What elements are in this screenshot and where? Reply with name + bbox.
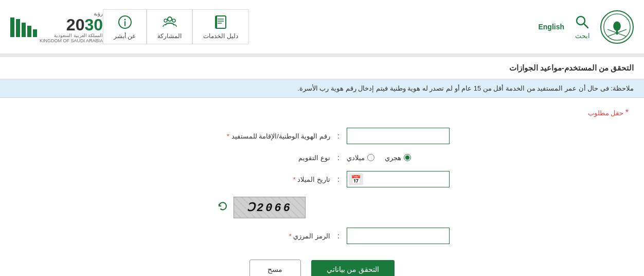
header: ابحث English دليل الخدمات xyxy=(0,0,644,54)
miladi-radio[interactable] xyxy=(367,154,374,161)
search-icon xyxy=(575,14,590,30)
vision-number: 2030 xyxy=(40,16,103,33)
hijri-radio-label[interactable]: هجري xyxy=(385,154,411,162)
svg-point-14 xyxy=(172,19,175,22)
calendar-colon: : xyxy=(337,153,339,162)
captcha-input-row: : الرمز المرزي * xyxy=(217,228,577,244)
vision-logo: رؤية 2030 المملكة العربية السعوديةKINGDO… xyxy=(10,11,103,43)
note-text: ملاحظة: فى حال أن عمر المستفيد من الخدمة… xyxy=(297,84,634,92)
birthdate-colon: : xyxy=(337,175,339,183)
birthdate-label: تاريخ الميلاد * xyxy=(217,176,330,183)
svg-point-2 xyxy=(613,21,621,30)
calendar-row: هجري ميلادي : نوع التقويم xyxy=(217,153,577,162)
buttons-row: التحقق من بياناتي مسح xyxy=(15,260,629,276)
required-text: حقل مطلوب xyxy=(588,109,624,117)
vision-30: 30 xyxy=(84,15,103,34)
page-title: التحقق من المستخدم-مواعيد الجوازات xyxy=(509,63,634,72)
calendar-label: نوع التقويم xyxy=(217,154,330,162)
vision-bar-5 xyxy=(10,18,14,37)
nav-label-participation: المشاركة xyxy=(157,32,182,40)
hijri-label: هجري xyxy=(385,154,401,162)
calendar-icon[interactable]: 📅 xyxy=(349,174,363,185)
nav-label-absher: عن أبشر xyxy=(114,32,136,40)
refresh-captcha-button[interactable] xyxy=(217,200,228,215)
captcha-row: Ↄ2066 xyxy=(217,197,577,218)
birthdate-row: 📅 : تاريخ الميلاد * xyxy=(217,171,577,187)
header-right: ابحث English xyxy=(538,10,634,44)
hijri-radio[interactable] xyxy=(404,154,411,161)
calendar-radio-group: هجري ميلادي xyxy=(347,154,411,162)
main-content: * حقل مطلوب : رقم الهوية الوطنية/الإقامة… xyxy=(0,98,644,276)
id-row: : رقم الهوية الوطنية/الإقامة للمستفيد * xyxy=(217,128,577,144)
search-label: ابحث xyxy=(575,32,590,40)
form-container: : رقم الهوية الوطنية/الإقامة للمستفيد * … xyxy=(217,128,577,244)
header-left: دليل الخدمات المشاركة عن أبشر xyxy=(10,9,249,44)
svg-line-6 xyxy=(584,24,588,28)
miladi-label: ميلادي xyxy=(347,154,365,162)
vision-bar-2 xyxy=(27,26,31,37)
vision-bar-4 xyxy=(16,19,20,37)
english-link[interactable]: English xyxy=(538,23,564,31)
note-bar: ملاحظة: فى حال أن عمر المستفيد من الخدمة… xyxy=(0,79,644,98)
nav-item-service-guide[interactable]: دليل الخدمات xyxy=(192,9,248,44)
id-star: * xyxy=(227,132,229,140)
nav-label-service-guide: دليل الخدمات xyxy=(203,32,238,40)
vision-bar-1 xyxy=(33,29,37,37)
verify-button[interactable]: التحقق من بياناتي xyxy=(311,260,395,276)
captcha-input[interactable] xyxy=(347,228,450,244)
people-icon xyxy=(162,14,178,30)
vision-bars xyxy=(10,16,37,37)
svg-point-13 xyxy=(164,19,167,22)
info-icon xyxy=(117,14,133,30)
captcha-colon: : xyxy=(337,232,339,240)
id-label: رقم الهوية الوطنية/الإقامة للمستفيد * xyxy=(217,132,330,140)
logo xyxy=(600,10,634,44)
date-input-wrapper: 📅 xyxy=(347,171,450,187)
vision-subtitle: المملكة العربية السعوديةKINGDOM OF SAUDI… xyxy=(40,33,103,43)
vision-bar-3 xyxy=(22,23,26,37)
refresh-icon xyxy=(217,200,228,212)
search-button[interactable]: ابحث xyxy=(575,14,590,40)
nav-item-participation[interactable]: المشاركة xyxy=(147,9,192,44)
miladi-radio-label[interactable]: ميلادي xyxy=(347,154,374,162)
page-title-bar: التحقق من المستخدم-مواعيد الجوازات xyxy=(0,57,644,79)
vision-20: 20 xyxy=(66,15,85,34)
svg-point-16 xyxy=(124,19,126,21)
captcha-input-label: الرمز المرزي * xyxy=(217,232,330,240)
id-input[interactable] xyxy=(347,128,450,144)
book-icon xyxy=(212,14,229,30)
required-star: * xyxy=(625,108,629,117)
id-colon: : xyxy=(337,132,339,140)
captcha-image: Ↄ2066 xyxy=(234,197,306,218)
svg-point-12 xyxy=(168,17,172,21)
nav-item-absher[interactable]: عن أبشر xyxy=(103,9,147,44)
clear-button[interactable]: مسح xyxy=(249,260,301,276)
required-note: * حقل مطلوب xyxy=(15,108,629,117)
captcha-text: Ↄ2066 xyxy=(247,201,292,215)
